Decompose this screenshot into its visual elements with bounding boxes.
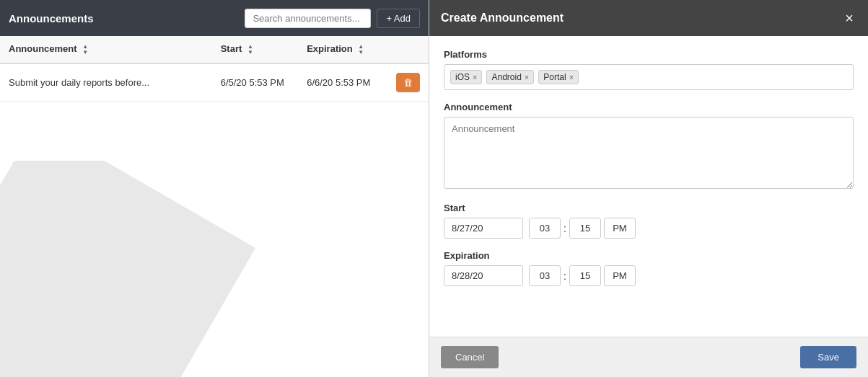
announcement-label: Announcement	[444, 102, 854, 112]
expiration-ampm-input[interactable]	[604, 265, 636, 286]
sort-arrows-announcement[interactable]: ▲ ▼	[82, 44, 88, 56]
platform-tag-android-label: Android	[491, 72, 521, 82]
expiration-label: Expiration	[444, 250, 854, 261]
add-button[interactable]: + Add	[377, 9, 420, 28]
expiration-minute-input[interactable]	[569, 265, 601, 286]
cell-action: 🗑	[387, 63, 429, 102]
announcement-textarea[interactable]	[444, 117, 854, 189]
expiration-hour-input[interactable]	[529, 265, 561, 286]
sort-arrows-start[interactable]: ▲ ▼	[247, 44, 253, 56]
form-body: Platforms iOS × Android × Portal × Annou…	[429, 36, 868, 337]
cancel-button[interactable]: Cancel	[441, 346, 499, 368]
platform-tag-portal-close[interactable]: ×	[569, 73, 574, 81]
time-separator: :	[564, 223, 566, 234]
left-header: Announcements + Add	[0, 0, 429, 36]
start-ampm-input[interactable]	[604, 218, 636, 239]
time-separator-exp: :	[564, 270, 566, 282]
panel-title: Announcements	[9, 12, 94, 25]
cell-expiration: 6/6/20 5:53 PM	[298, 63, 387, 102]
form-footer: Cancel Save	[429, 337, 868, 377]
expiration-section: Expiration :	[444, 250, 854, 286]
platform-tag-ios: iOS ×	[450, 70, 482, 84]
platform-tag-portal-label: Portal	[543, 72, 566, 82]
delete-button[interactable]: 🗑	[396, 73, 420, 92]
cell-start: 6/5/20 5:53 PM	[212, 63, 298, 102]
table-row: Submit your daily reports before... 6/5/…	[0, 63, 429, 102]
platform-tag-android-close[interactable]: ×	[525, 73, 529, 81]
announcement-section: Announcement	[444, 102, 854, 191]
table-container: Announcement ▲ ▼ Start ▲ ▼	[0, 36, 429, 352]
header-actions: + Add	[245, 9, 420, 28]
platform-tag-portal: Portal ×	[538, 70, 579, 84]
platforms-section: Platforms iOS × Android × Portal ×	[444, 49, 854, 90]
start-minute-input[interactable]	[569, 218, 601, 239]
entries-label: 1 - 1 of 1 entries	[0, 352, 429, 377]
platforms-label: Platforms	[444, 49, 854, 60]
right-header: Create Announcement ×	[429, 0, 868, 36]
expiration-datetime-row: :	[444, 265, 854, 286]
sort-down-icon: ▼	[358, 50, 364, 56]
start-date-input[interactable]	[444, 218, 523, 239]
platform-tag-ios-close[interactable]: ×	[473, 73, 477, 81]
platforms-field[interactable]: iOS × Android × Portal ×	[444, 64, 854, 90]
table-body: Submit your daily reports before... 6/5/…	[0, 63, 429, 102]
start-section: Start :	[444, 203, 854, 239]
announcements-table: Announcement ▲ ▼ Start ▲ ▼	[0, 36, 429, 102]
announcements-panel: Announcements + Add Announcement ▲ ▼ S	[0, 0, 429, 377]
start-hour-input[interactable]	[529, 218, 561, 239]
save-button[interactable]: Save	[800, 346, 856, 368]
close-button[interactable]: ×	[842, 11, 856, 25]
table-header-row: Announcement ▲ ▼ Start ▲ ▼	[0, 36, 429, 63]
sort-arrows-expiration[interactable]: ▲ ▼	[358, 44, 364, 56]
col-announcement[interactable]: Announcement ▲ ▼	[0, 36, 212, 63]
col-expiration[interactable]: Expiration ▲ ▼	[298, 36, 387, 63]
dialog-title: Create Announcement	[441, 12, 564, 25]
start-label: Start	[444, 203, 854, 213]
start-time-part: :	[529, 218, 636, 239]
col-start[interactable]: Start ▲ ▼	[212, 36, 298, 63]
search-input[interactable]	[245, 9, 371, 28]
col-actions	[387, 36, 429, 63]
start-datetime-row: :	[444, 218, 854, 239]
platform-tag-android: Android ×	[486, 70, 534, 84]
expiration-time-part: :	[529, 265, 636, 286]
create-announcement-panel: Create Announcement × Platforms iOS × An…	[429, 0, 868, 377]
sort-down-icon: ▼	[82, 50, 88, 56]
sort-down-icon: ▼	[247, 50, 253, 56]
cell-announcement: Submit your daily reports before...	[0, 63, 212, 102]
platform-tag-ios-label: iOS	[455, 72, 470, 82]
expiration-date-input[interactable]	[444, 265, 523, 286]
